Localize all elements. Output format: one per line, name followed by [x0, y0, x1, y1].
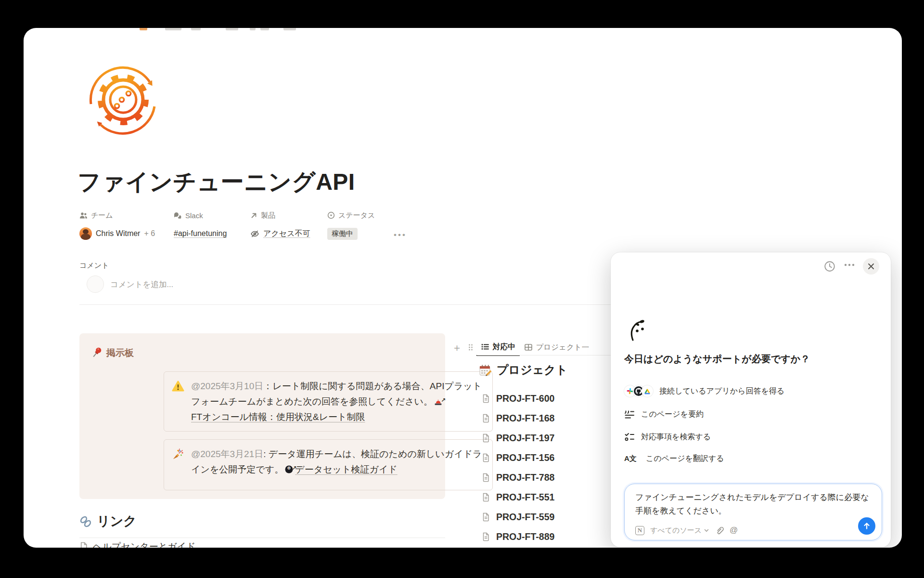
cropped-topbar-fragment — [191, 28, 201, 30]
property-label-slack[interactable]: Slack — [174, 210, 203, 220]
status-badge: 稼働中 — [327, 228, 358, 240]
ai-menu-connected-apps[interactable]: 接続しているアプリから回答を得る — [624, 383, 784, 399]
document-icon — [482, 453, 490, 462]
document-icon — [482, 434, 490, 443]
close-icon[interactable] — [863, 258, 879, 275]
cropped-topbar-fragment — [140, 28, 147, 30]
project-row[interactable]: PROJ-FT-788 — [482, 470, 554, 485]
callout-title: 掲示板 — [106, 347, 134, 359]
view-tabs: ＋ 対応中 プロジェクト一 — [449, 339, 593, 356]
arrow-up-right-icon — [250, 212, 257, 219]
notion-window: ファインチューニングAPI チーム Slack 製品 ステータス Chris W… — [24, 28, 902, 548]
tab-divider — [477, 355, 611, 355]
chevron-down-icon — [704, 529, 709, 532]
avatar — [79, 227, 92, 240]
ai-menu-search-tasks[interactable]: 対応事項を検索する — [624, 429, 711, 445]
document-icon — [482, 414, 490, 423]
project-row[interactable]: PROJ-FT-168 — [482, 411, 554, 425]
property-label-team[interactable]: チーム — [79, 210, 113, 220]
cropped-topbar-fragment — [250, 28, 256, 30]
more-icon[interactable] — [844, 263, 855, 267]
document-icon — [482, 532, 490, 541]
eye-off-icon — [250, 229, 259, 238]
summarize-icon — [624, 409, 635, 419]
divider — [79, 538, 445, 538]
people-icon — [79, 212, 88, 219]
cropped-topbar-fragment — [260, 28, 269, 30]
ai-menu-summarize[interactable]: このページを要約 — [624, 407, 704, 422]
google-drive-icon — [642, 385, 653, 397]
notice-rate-limit[interactable]: @2025年3月10日：レート制限に関する問題がある場合、APIプラットフォーム… — [164, 371, 493, 432]
comment-avatar-placeholder — [87, 276, 104, 293]
eight-ball-icon: 8↗ — [284, 465, 294, 474]
link-item-clipped[interactable]: ヘルプセンターとガイド — [79, 540, 195, 548]
property-value-product[interactable]: アクセス不可 — [250, 226, 310, 241]
status-circle-icon — [327, 211, 335, 219]
notion-source-icon: N — [635, 526, 644, 535]
warning-icon — [172, 380, 184, 393]
ai-greeting: 今日はどのようなサポートが必要ですか？ — [624, 353, 810, 366]
project-row[interactable]: PROJ-FT-559 — [482, 510, 554, 524]
ai-menu-translate[interactable]: A文 このページを翻訳する — [624, 451, 724, 466]
add-comment-input[interactable]: コメントを追加... — [110, 279, 173, 290]
comments-heading: コメント — [79, 261, 109, 270]
property-value-status[interactable]: 稼働中 — [327, 226, 358, 241]
project-row[interactable]: PROJ-FT-600 — [482, 391, 554, 406]
siren-icon: ↗ — [434, 397, 443, 406]
source-selector[interactable]: すべてのソース — [650, 526, 709, 535]
links-heading: リンク — [97, 512, 137, 530]
project-row[interactable]: PROJ-FT-156 — [482, 450, 554, 465]
link-chain-icon — [78, 514, 93, 529]
dataset-guide-link[interactable]: データセット検証ガイド — [295, 464, 398, 474]
document-icon — [482, 394, 490, 403]
mention-icon[interactable]: @ — [730, 525, 738, 535]
date-mention: @2025年3月21日 — [191, 449, 263, 459]
calendar-pencil-icon — [479, 364, 492, 377]
add-view-icon[interactable]: ＋ — [449, 342, 465, 353]
history-icon[interactable] — [823, 260, 836, 273]
cropped-topbar-fragment — [283, 28, 296, 30]
ai-assistant-panel: 今日はどのようなサポートが必要ですか？ — [611, 252, 891, 547]
notice-guidelines[interactable]: @2025年3月21日: データ運用チームは、検証のための新しいガイドラインを公… — [164, 439, 493, 490]
svg-text:8: 8 — [288, 467, 290, 470]
pushpin-icon — [90, 346, 103, 359]
project-row[interactable]: PROJ-FT-197 — [482, 431, 554, 445]
project-row[interactable]: PROJ-FT-889 — [482, 529, 554, 544]
chat-bubbles-icon — [174, 212, 182, 219]
cropped-topbar-fragment — [226, 28, 238, 30]
cropped-topbar-fragment — [165, 28, 181, 30]
translate-icon: A文 — [624, 454, 640, 463]
document-icon — [79, 542, 88, 548]
list-view-icon — [481, 342, 489, 351]
oncall-link[interactable]: FTオンコール情報：使用状況&レート制限 — [191, 412, 365, 422]
property-value-slack[interactable]: #api-funetuning — [174, 226, 227, 241]
page-icon-gear-sync[interactable] — [84, 61, 162, 139]
board-region: ＋ 対応中 プロジェクト一 — [449, 336, 611, 548]
drag-handle-icon[interactable] — [465, 343, 476, 351]
arrow-up-icon — [862, 522, 871, 530]
divider — [79, 304, 618, 305]
date-mention: @2025年3月10日 — [191, 381, 263, 391]
attach-icon[interactable] — [715, 526, 724, 535]
projects-db-title[interactable]: プロジェクト — [479, 362, 567, 378]
page-title[interactable]: ファインチューニングAPI — [77, 167, 355, 197]
notion-ai-face-logo — [625, 317, 646, 342]
party-popper-icon — [172, 448, 184, 460]
ai-prompt-input[interactable]: ファインチューニングされたモデルをデプロイする際に必要な手順を教えてください。 … — [624, 484, 882, 540]
document-icon — [482, 512, 490, 522]
tab-projects-table[interactable]: プロジェクト一 — [520, 339, 594, 355]
properties-more-icon[interactable]: ••• — [394, 230, 407, 240]
table-view-icon — [524, 343, 533, 352]
property-value-team[interactable]: Chris Witmer + 6 — [79, 226, 155, 241]
task-search-icon — [624, 432, 635, 442]
property-label-product[interactable]: 製品 — [250, 210, 275, 220]
send-button[interactable] — [858, 517, 875, 535]
ai-prompt-text[interactable]: ファインチューニングされたモデルをデプロイする際に必要な手順を教えてください。 — [635, 491, 872, 518]
property-label-status[interactable]: ステータス — [327, 210, 375, 220]
document-icon — [482, 493, 490, 502]
document-icon — [482, 473, 490, 482]
tab-active-list[interactable]: 対応中 — [476, 339, 520, 356]
project-row[interactable]: PROJ-FT-551 — [482, 490, 554, 504]
pinboard-callout: 掲示板 @2025年3月10日：レート制限に関する問題がある場合、APIプラット… — [79, 333, 445, 499]
